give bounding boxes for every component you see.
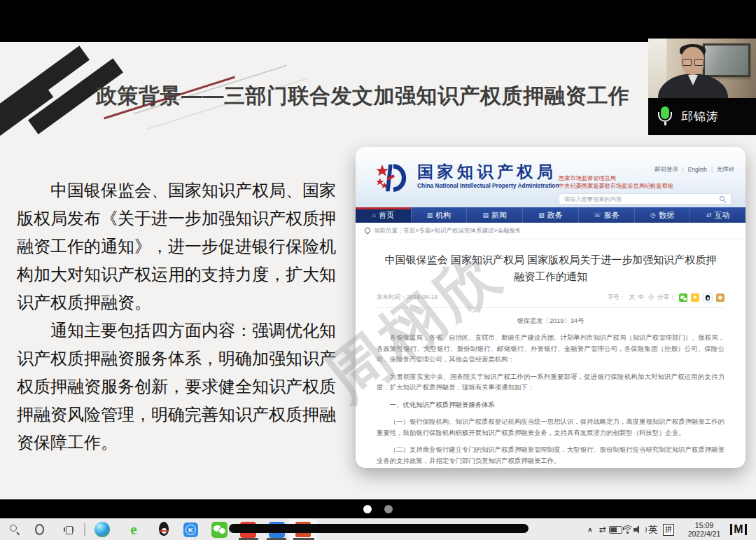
ime-language-indicator[interactable]: 英 (649, 523, 658, 536)
site-top-links: 邮箱登录 | English | 无障碍 (654, 165, 734, 173)
screen: 政策背景——三部门联合发文加强知识产权质押融资工作 中国银保监会、国家知识产权局… (0, 0, 756, 540)
article-paragraph: 为贯彻落实党中央、国务院关于知识产权工作的一系列重要部署，促进银行保险机构加大对… (377, 371, 724, 393)
article-paragraph: （一）银行保险机构、知识产权质权登记机构应当统一思想认识，保持战略定力，高度重视… (377, 416, 724, 438)
font-size-small-button[interactable]: 小 (648, 293, 654, 302)
share-qq-icon[interactable] (703, 293, 713, 303)
building-icon: ▥ (427, 212, 433, 219)
taskbar-separator (84, 523, 85, 536)
taskbar-search-icon[interactable] (9, 524, 20, 535)
home-icon: ⌂ (372, 212, 376, 219)
location-pin-icon (363, 226, 371, 234)
taskbar-clock[interactable]: 15:09 2022/4/21 (682, 521, 727, 539)
edge-browser-icon[interactable] (94, 522, 110, 537)
article-paragraph: （二）支持商业银行建立专门的知识产权质押融资管理制度，大型银行、股份制银行应当研… (377, 444, 724, 466)
microphone-on-icon (657, 106, 673, 127)
article-meta: 发布时间：2019-08-19 字号： 大 中 小 分享： ★ ◉ (377, 293, 724, 308)
wechat-icon[interactable] (211, 522, 227, 538)
search-placeholder: 请输入您要搜索的内容 (564, 195, 622, 203)
article-section-heading: 一、优化知识产权质押融资服务体系 (377, 399, 724, 410)
cnipa-logo-icon (377, 161, 410, 195)
font-size-medium-button[interactable]: 中 (638, 293, 645, 302)
document-icon: ▧ (538, 212, 545, 219)
site-nav-service[interactable]: ☏ 服务 (578, 207, 634, 223)
supervisor-agency-lines: 国家市场监督管理总局 中央纪委国家监委驻市场监管总局纪检监察组 (559, 175, 673, 190)
site-logo-subtitle: China National Intellectual Property Adm… (417, 182, 559, 189)
share-wechat-icon[interactable] (679, 293, 687, 302)
slide-paragraph: 通知主要包括四方面内容：强调优化知识产权质押融资服务体系，明确加强知识产权质押融… (17, 317, 336, 457)
site-nav-news[interactable]: ▤ 新闻 (466, 207, 522, 223)
news-icon: ▤ (483, 212, 489, 219)
wifi-icon[interactable] (622, 525, 633, 534)
gov-website-screenshot: 国家知识产权局 China National Intellectual Prop… (356, 147, 746, 468)
site-logo-title: 国家知识产权局 (417, 161, 557, 183)
font-size-label: 字号： (608, 293, 626, 302)
site-nav: ⌂ 首页 ▥ 机构 ▤ 新闻 ▧ 政务 ☏ 服务 (356, 207, 746, 223)
site-nav-interact[interactable]: ⇄ 互动 (690, 207, 746, 223)
site-nav-org[interactable]: ▥ 机构 (411, 207, 467, 223)
webcam-video: 邱锦涛 (648, 39, 756, 135)
slide-paragraph: 中国银保监会、国家知识产权局、国家版权局发布《关于进一步加强知识产权质押融资工作… (17, 176, 336, 317)
interact-icon: ⇄ (706, 212, 712, 219)
slide-dot[interactable] (384, 505, 393, 513)
link-mail-login[interactable]: 邮箱登录 (654, 165, 678, 173)
k-app-icon[interactable]: K (183, 522, 198, 537)
link-english[interactable]: English (688, 166, 707, 173)
share-qzone-icon[interactable]: ★ (691, 293, 699, 302)
webcam-picture (648, 39, 756, 98)
slide-pagination (0, 499, 756, 518)
battery-icon[interactable] (609, 526, 622, 534)
presenter-name: 邱锦涛 (681, 109, 719, 125)
slide-title: 政策背景——三部门联合发文加强知识产权质押融资工作 (96, 82, 656, 111)
site-nav-gov[interactable]: ▧ 政务 (522, 207, 578, 223)
publish-time: 发布时间：2019-08-19 (377, 293, 438, 302)
link-accessible[interactable]: 无障碍 (717, 165, 734, 173)
service-icon: ☏ (594, 212, 601, 219)
cortana-icon[interactable] (35, 524, 44, 535)
site-nav-home[interactable]: ⌂ 首页 (356, 207, 411, 223)
breadcrumb: 当前位置：首页>专题>知识产权运营体系建设>金融服务 (356, 223, 746, 240)
share-weibo-icon[interactable]: ◉ (716, 293, 724, 302)
clock-chart-icon: ◷ (650, 212, 656, 219)
m-logo: M (730, 524, 747, 535)
article-paragraph: 各银保监局，各省、自治区、直辖市、新疆生产建设兵团、计划单列市知识产权局（知识产… (377, 332, 724, 365)
picture-frame (703, 43, 750, 77)
slide-body: 中国银保监会、国家知识产权局、国家版权局发布《关于进一步加强知识产权质押融资工作… (17, 176, 336, 457)
presentation-slide: 政策背景——三部门联合发文加强知识产权质押融资工作 中国银保监会、国家知识产权局… (0, 42, 756, 499)
share-label: 分享： (657, 293, 676, 302)
hidden-icons-chevron-icon[interactable]: ∧ (587, 526, 592, 532)
article-title: 中国银保监会 国家知识产权局 国家版权局关于进一步加强知识产权质押 融资工作的通… (377, 251, 724, 285)
site-header: 国家知识产权局 China National Intellectual Prop… (356, 147, 746, 207)
green-browser-icon[interactable]: e (130, 522, 136, 537)
search-icon[interactable] (720, 196, 726, 202)
clock-date: 2022/4/21 (682, 529, 727, 539)
site-nav-data[interactable]: ◷ 数据 (634, 207, 690, 223)
volume-icon[interactable] (634, 525, 645, 534)
clock-time: 15:09 (682, 521, 727, 530)
redaction-bar (229, 524, 528, 533)
taskbar: e K ••• ∧ ⇄ 英 拼 15:09 2022/4/21 M (0, 518, 756, 540)
slide-dot-active[interactable] (363, 505, 372, 513)
site-search-input[interactable]: 请输入您要搜索的内容 (559, 193, 732, 205)
webcam-name-bar: 邱锦涛 (648, 98, 756, 135)
qq-icon[interactable] (157, 522, 171, 538)
sync-arrows-icon[interactable]: ⇄ (599, 525, 606, 534)
document-number: 银保监发〔2019〕34号 (377, 317, 724, 326)
article: 中国银保监会 国家知识产权局 国家版权局关于进一步加强知识产权质押 融资工作的通… (356, 240, 746, 466)
task-view-icon[interactable] (64, 525, 74, 534)
ime-pinyin-indicator[interactable]: 拼 (663, 524, 674, 536)
presenter-glasses (682, 59, 704, 66)
font-size-large-button[interactable]: 大 (629, 293, 635, 302)
